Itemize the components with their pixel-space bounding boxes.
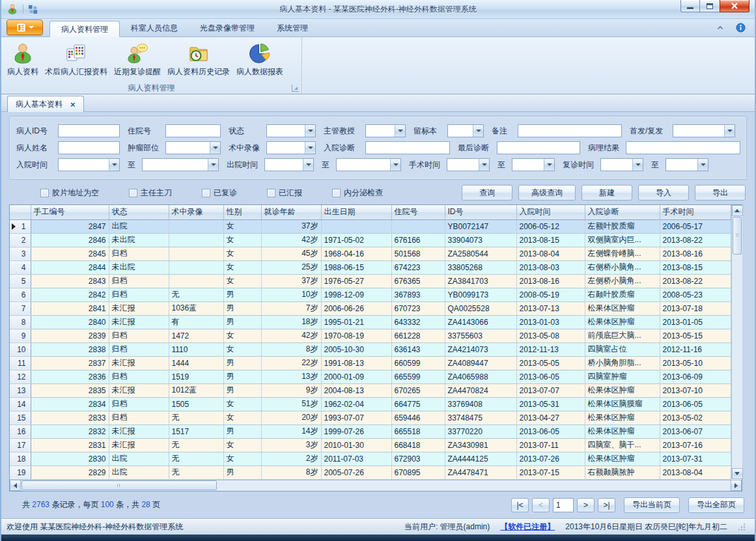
column-header[interactable]: 入院时间: [516, 205, 585, 219]
combo-dropdown-button[interactable]: [544, 159, 554, 171]
combo-dropdown-button[interactable]: [390, 159, 400, 171]
checkbox-endocrine-exam[interactable]: 内分泌检查: [332, 187, 383, 199]
field-combo-discharge-date-from[interactable]: [264, 158, 314, 171]
ribbon-tab[interactable]: 病人资料管理: [49, 21, 120, 37]
field-input-inpatient-no[interactable]: [165, 124, 221, 137]
table-row[interactable]: 72841未汇报1036蓝男7岁2006-06-26670723QA002552…: [10, 301, 731, 315]
software-registered-link[interactable]: 【软件已注册】: [500, 521, 555, 533]
application-menu-button[interactable]: [7, 20, 43, 35]
combo-dropdown-button[interactable]: [303, 159, 313, 171]
checkbox-box[interactable]: [40, 189, 49, 197]
field-combo-admission-date-to[interactable]: [142, 158, 219, 171]
table-row[interactable]: 52843归档女37岁1976-05-27676365ZA38417032013…: [10, 274, 731, 288]
query-button[interactable]: 查询: [462, 185, 512, 201]
scroll-right-button[interactable]: [731, 480, 742, 491]
export-all-pages-button[interactable]: 导出全部页: [688, 497, 744, 513]
scroll-down-button[interactable]: [732, 468, 743, 479]
table-row[interactable]: 192829出院无男8岁2005-07-26670895ZA4478471201…: [10, 465, 731, 479]
vertical-scroll-thumb[interactable]: [733, 217, 742, 255]
field-input-patient-name[interactable]: [58, 141, 120, 154]
tab-close-icon[interactable]: ×: [70, 100, 76, 109]
checkbox-chief-surgeon[interactable]: 主任主刀: [129, 187, 172, 199]
field-input-pathology-result[interactable]: [626, 141, 740, 154]
table-row[interactable]: 62842归档无男10岁1998-12-09367893YB0099173200…: [10, 288, 731, 301]
combo-dropdown-button[interactable]: [632, 159, 643, 171]
field-input-admission-diagnosis[interactable]: [365, 141, 450, 154]
table-row[interactable]: 102838归档1110女8岁2005-10-30636143ZA4214073…: [10, 342, 731, 356]
combo-dropdown-button[interactable]: [305, 125, 315, 137]
field-combo-specimen[interactable]: [447, 124, 484, 137]
column-header[interactable]: 出生日期: [321, 205, 391, 219]
close-button[interactable]: [720, 0, 749, 12]
column-header[interactable]: 入院诊断: [585, 205, 660, 219]
column-header[interactable]: ID号: [445, 205, 516, 219]
combo-dropdown-button[interactable]: [210, 142, 220, 154]
table-row[interactable]: 42844未出院女25岁1988-06-15674223338052682013…: [10, 260, 731, 274]
combo-dropdown-button[interactable]: [305, 142, 315, 154]
combo-dropdown-button[interactable]: [724, 125, 735, 137]
collapse-ribbon-chevron-icon[interactable]: [716, 24, 724, 32]
maximize-button[interactable]: [700, 0, 720, 12]
export-current-page-button[interactable]: 导出当前页: [624, 497, 680, 513]
field-combo-revisit-date-from[interactable]: [600, 158, 643, 171]
scroll-up-button[interactable]: [732, 205, 743, 216]
field-combo-admission-date-from[interactable]: [58, 158, 120, 171]
page-number-input[interactable]: [553, 498, 574, 512]
column-header[interactable]: 手术时间: [660, 205, 731, 219]
minimize-button[interactable]: [680, 0, 700, 12]
field-combo-discharge-date-to[interactable]: [336, 158, 401, 171]
prev-page-button[interactable]: <: [532, 498, 550, 512]
table-row[interactable]: 82840未汇报有男18岁1995-01-21643332ZA414306620…: [10, 315, 731, 329]
next-page-button[interactable]: >: [577, 498, 595, 512]
field-combo-first-or-relapse[interactable]: [673, 124, 735, 137]
table-row[interactable]: 132835未汇报1012蓝男9岁2004-08-13670265ZA44708…: [10, 383, 731, 397]
table-row[interactable]: 12847出院女37岁YB00721472006-05-12左额叶胶质瘤2006…: [10, 219, 731, 233]
column-header[interactable]: 手工编号: [31, 205, 109, 219]
field-combo-tumor-site[interactable]: [165, 141, 221, 154]
table-row[interactable]: 122836归档1519男13岁2000-01-09665599ZA406598…: [10, 370, 731, 383]
table-row[interactable]: 162832未汇报1517男14岁1999-07-266655183377022…: [10, 424, 731, 438]
resize-grip-icon[interactable]: [738, 523, 746, 531]
field-input-patient-id[interactable]: [58, 124, 120, 137]
ribbon-action-button[interactable]: 病人数据报表: [233, 40, 287, 83]
checkbox-film-address-empty[interactable]: 胶片地址为空: [40, 187, 99, 199]
import-button[interactable]: 导入: [638, 185, 689, 201]
new-button[interactable]: 新建: [581, 185, 632, 201]
field-combo-surgery-date-to[interactable]: [512, 158, 555, 171]
scroll-left-button[interactable]: [10, 480, 21, 491]
advanced-query-button[interactable]: 高级查询: [518, 185, 576, 201]
table-row[interactable]: 172831未汇报无女3岁2010-01-30668418ZA343098120…: [10, 438, 731, 452]
field-combo-revisit-date-to[interactable]: [665, 158, 708, 171]
combo-dropdown-button[interactable]: [208, 159, 218, 171]
table-row[interactable]: 152833归档无女20岁1993-07-0765944633748475201…: [10, 411, 731, 424]
dialog-launcher-icon[interactable]: [292, 85, 299, 92]
checkbox-box[interactable]: [129, 189, 137, 197]
combo-dropdown-button[interactable]: [697, 159, 708, 171]
horizontal-scroll-thumb[interactable]: [21, 480, 217, 490]
table-row[interactable]: 22846未出院女42岁1971-05-02676166339040732013…: [10, 233, 731, 247]
table-row[interactable]: 112837未汇报1444男22岁1991-08-13660599ZA40894…: [10, 356, 731, 370]
field-combo-professor[interactable]: [365, 124, 406, 137]
info-icon[interactable]: [736, 23, 746, 33]
ribbon-tab[interactable]: 光盘录像带管理: [189, 20, 266, 36]
tab-patient-basic-info[interactable]: 病人基本资料 ×: [7, 96, 84, 112]
table-row[interactable]: 142834归档1505女51岁1962-02-0466477533769408…: [10, 397, 731, 411]
first-page-button[interactable]: |<: [511, 498, 529, 512]
column-header[interactable]: 术中录像: [169, 205, 223, 219]
checkbox-box[interactable]: [202, 189, 210, 197]
table-row[interactable]: 32845归档女45岁1968-04-16501568ZA25805442013…: [10, 247, 731, 260]
ribbon-tab[interactable]: 科室人员信息: [120, 20, 189, 36]
ribbon-action-button[interactable]: 病人资料: [4, 40, 42, 83]
column-header[interactable]: 住院号: [391, 205, 445, 219]
checkbox-revisited[interactable]: 已复诊: [202, 187, 237, 199]
quick-access-squares-icon[interactable]: [28, 5, 38, 14]
column-header[interactable]: 状态: [109, 205, 169, 219]
field-combo-status[interactable]: [266, 124, 316, 137]
export-button[interactable]: 导出: [695, 185, 746, 201]
ribbon-tab[interactable]: 系统管理: [266, 20, 319, 36]
ribbon-action-button[interactable]: 术后病人汇报资料: [42, 40, 111, 83]
vertical-scroll-track[interactable]: [732, 255, 742, 468]
combo-dropdown-button[interactable]: [479, 159, 489, 171]
combo-dropdown-button[interactable]: [473, 125, 483, 137]
table-row[interactable]: 182830出院无女2岁2011-07-03672903ZA4444125201…: [10, 452, 731, 465]
